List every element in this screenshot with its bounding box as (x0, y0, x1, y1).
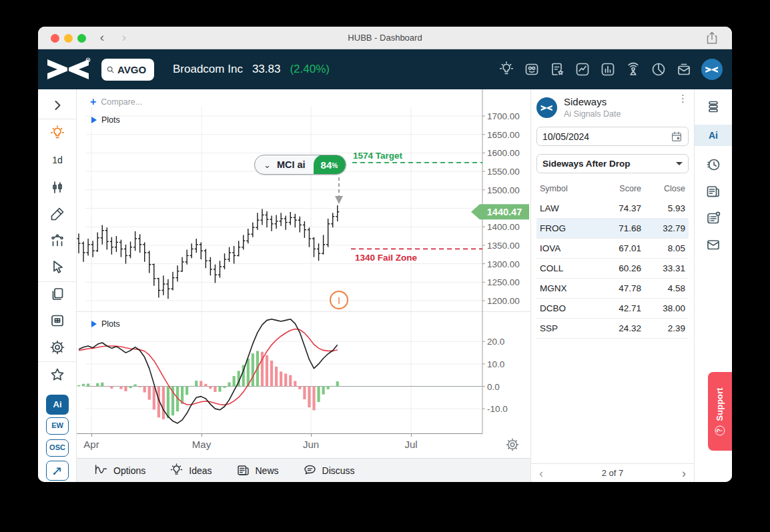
chart-type-icon[interactable] (49, 179, 65, 195)
ideas-lightbulb-icon[interactable] (49, 125, 65, 141)
signal-date-field[interactable]: 10/05/2024 (536, 127, 689, 146)
price-pane[interactable]: 1700.001650.001600.001550.001500.001450.… (77, 89, 530, 311)
signal-type-dropdown[interactable]: Sideways After Drop (536, 154, 689, 173)
x-axis-label: Apr (83, 439, 99, 450)
symbol-search-box[interactable] (101, 59, 154, 81)
indicators-icon[interactable] (49, 233, 65, 249)
oscillator-chart-svg[interactable]: 20.010.00.0-10.0 (77, 311, 530, 433)
lower-plots-label: Plots (101, 319, 120, 329)
compare-control[interactable]: + Compare... (90, 97, 142, 107)
search-icon (106, 65, 115, 75)
svg-text:1400.00: 1400.00 (487, 222, 520, 232)
lower-plots-toggle[interactable]: Plots (91, 319, 120, 329)
price-chart-svg[interactable]: 1700.001650.001600.001550.001500.001450.… (77, 89, 530, 311)
interval-selector[interactable]: 1d (49, 152, 65, 168)
expand-toolbar-icon[interactable] (49, 97, 65, 113)
score-cell: 71.68 (593, 223, 641, 233)
panels-stack-icon[interactable] (705, 99, 721, 115)
history-clock-icon[interactable] (705, 157, 721, 173)
column-score[interactable]: Score (593, 184, 641, 193)
window-title: HUBB - Dashboard (38, 33, 732, 43)
plots-toggle[interactable]: Plots (91, 115, 120, 125)
tab-options[interactable]: Options (94, 463, 145, 477)
svg-text:0.0: 0.0 (487, 382, 500, 392)
table-row[interactable]: IOVA67.018.05 (536, 239, 689, 259)
table-row[interactable]: LAW74.375.93 (536, 199, 689, 219)
tab-ideas[interactable]: Ideas (169, 463, 212, 477)
support-label: Support (715, 387, 725, 421)
contacts-card-icon[interactable] (524, 61, 540, 77)
ideas-icon[interactable] (498, 61, 514, 77)
symbol-cell: SSP (540, 323, 593, 333)
calendar-icon[interactable] (671, 131, 683, 143)
symbol-cell: COLL (540, 263, 593, 273)
panel-subtitle: Ai Signals Date (564, 109, 621, 119)
chart-settings-gear-icon[interactable] (505, 437, 520, 452)
app-window: ‹ › HUBB - Dashboard Broadcom Inc (38, 27, 732, 482)
news-icon (236, 463, 250, 477)
tab-news[interactable]: News (236, 463, 279, 477)
cursor-icon[interactable] (49, 259, 65, 275)
fail-zone-annotation: 1340 Fail Zone (355, 253, 417, 263)
table-row[interactable]: COLL60.2633.31 (536, 259, 689, 279)
inbox-mail-icon[interactable] (676, 61, 692, 77)
search-input[interactable] (117, 64, 149, 75)
news-feed-icon[interactable] (705, 183, 721, 199)
prev-page-icon[interactable]: ‹ (539, 467, 543, 480)
oscillator-pane[interactable]: 20.010.00.0-10.0 Plots (77, 311, 530, 433)
window-titlebar[interactable]: ‹ › HUBB - Dashboard (38, 27, 732, 49)
drawing-tools-icon[interactable] (49, 206, 65, 222)
panel-menu-icon[interactable]: ⋮ (678, 96, 686, 101)
hubb-logo-icon[interactable] (47, 57, 91, 81)
sidebar-tab-ai[interactable]: Ai (695, 125, 732, 146)
share-icon[interactable] (707, 31, 717, 45)
tab-discuss[interactable]: Discuss (303, 463, 355, 477)
favorites-star-icon[interactable] (49, 367, 65, 383)
pie-chart-icon[interactable] (651, 61, 667, 77)
account-avatar[interactable] (701, 59, 723, 80)
target-annotation: 1574 Target (353, 151, 402, 161)
panel-title: Sideways (564, 96, 621, 107)
close-cell: 5.93 (641, 203, 685, 213)
messages-icon[interactable] (705, 237, 721, 253)
column-symbol[interactable]: Symbol (540, 184, 593, 193)
mci-ai-signal-pill[interactable]: ⌄ MCI ai 84% (254, 155, 346, 175)
svg-text:1550.00: 1550.00 (487, 167, 520, 177)
trendline-tool-button[interactable] (46, 461, 69, 481)
support-button[interactable]: ? Support (708, 372, 732, 451)
score-cell: 74.37 (593, 203, 641, 213)
score-cell: 60.26 (593, 263, 641, 273)
column-close[interactable]: Close (641, 184, 685, 193)
script-star-icon[interactable] (549, 61, 565, 77)
table-row[interactable]: FROG71.6832.79 (536, 219, 689, 239)
watchlist-icon[interactable] (705, 210, 721, 226)
ai-signals-panel: Sideways Ai Signals Date ⋮ 10/05/2024 Si… (530, 89, 694, 482)
table-row[interactable]: SSP24.322.39 (536, 319, 689, 339)
score-cell: 67.01 (593, 243, 641, 253)
next-page-icon[interactable]: › (682, 467, 686, 480)
svg-text:1500.00: 1500.00 (487, 185, 520, 195)
trend-arrow-icon (51, 464, 64, 477)
close-cell: 4.58 (641, 283, 685, 293)
left-toolbar: 1d Ai EW OSC (38, 89, 77, 482)
score-cell: 42.71 (593, 303, 641, 313)
triangle-right-icon (91, 117, 97, 123)
ew-mode-button[interactable]: EW (46, 417, 69, 435)
symbol-cell: MGNX (540, 283, 593, 293)
table-row[interactable]: MGNX47.784.58 (536, 279, 689, 299)
close-cell: 8.05 (641, 243, 685, 253)
caret-down-icon (676, 162, 683, 165)
time-axis[interactable]: AprMayJunJul (77, 433, 530, 458)
ai-mode-button[interactable]: Ai (46, 395, 69, 415)
tab-discuss-label: Discuss (322, 465, 355, 476)
info-marker[interactable]: I (330, 291, 348, 309)
settings-gear-icon[interactable] (49, 339, 65, 355)
copy-layouts-icon[interactable] (49, 286, 65, 302)
bar-chart-icon[interactable] (600, 61, 616, 77)
osc-mode-button[interactable]: OSC (46, 439, 69, 457)
table-row[interactable]: DCBO42.7138.00 (536, 299, 689, 319)
line-chart-icon[interactable] (574, 61, 591, 77)
data-card-icon[interactable] (49, 313, 65, 329)
x-axis-label: Jul (404, 439, 417, 450)
broadcast-icon[interactable] (625, 61, 641, 77)
